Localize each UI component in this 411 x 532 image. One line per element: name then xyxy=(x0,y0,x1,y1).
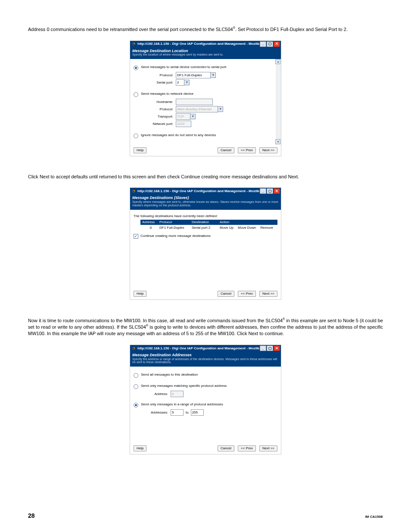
radio-ignore[interactable]: Ignore messages and do not send to any d… xyxy=(134,133,272,138)
radio-serial-device[interactable]: Send messages to serial device connected… xyxy=(134,65,272,70)
checkbox-continue[interactable]: ✓ Continue creating more message destina… xyxy=(134,234,277,239)
label-to: to xyxy=(186,411,189,415)
panel-header: Message Destination Location Specify the… xyxy=(130,47,281,59)
panel-title: Message Destinations (Slaves) xyxy=(132,196,279,200)
radio-label: Send messages to serial device connected… xyxy=(141,65,226,69)
label-serial-port: Serial port: xyxy=(146,81,173,85)
prev-button[interactable]: << Prev xyxy=(238,291,256,297)
paragraph-1: Address 0 communications need to be retr… xyxy=(28,26,383,33)
paragraph-3: Now it is time to route communications t… xyxy=(28,317,383,337)
maximize-button[interactable]: ▢ xyxy=(267,345,273,351)
prev-button[interactable]: << Prev xyxy=(238,445,256,451)
cell-destination: Serial port 2 xyxy=(192,226,220,230)
button-row: Help Cancel << Prev Next >> xyxy=(130,288,281,299)
radio-network-device[interactable]: Send messages to network device xyxy=(134,92,272,97)
next-button[interactable]: Next >> xyxy=(259,445,277,451)
transport-select[interactable]: TCP xyxy=(176,113,190,120)
th-address: Address xyxy=(142,220,159,224)
panel-title: Message Destination Location xyxy=(132,49,279,53)
radio-icon xyxy=(134,384,138,389)
checkbox-icon: ✓ xyxy=(134,234,138,239)
next-button[interactable]: Next >> xyxy=(259,291,277,297)
address-input[interactable]: 0 xyxy=(171,391,184,397)
next-button[interactable]: Next >> xyxy=(259,147,277,153)
button-row: Help Cancel << Prev Next >> xyxy=(130,144,281,156)
radio-label: Ignore messages and do not send to any d… xyxy=(141,133,216,137)
th-protocol: Protocol xyxy=(159,220,192,224)
checkbox-label: Continue creating more message destinati… xyxy=(140,234,211,238)
cancel-button[interactable]: Cancel xyxy=(218,291,234,297)
help-button[interactable]: Help xyxy=(134,291,146,297)
panel-subtitle: Specify the location of where messages s… xyxy=(132,53,279,56)
label-address: Address: xyxy=(146,392,168,396)
radio-label: Send messages to network device xyxy=(141,92,193,96)
maximize-button[interactable]: ▢ xyxy=(267,188,273,194)
p3-text-a: Now it is time to route communications t… xyxy=(28,318,283,323)
close-button[interactable]: ✕ xyxy=(274,41,280,47)
radio-icon xyxy=(134,373,138,378)
help-button[interactable]: Help xyxy=(134,445,146,451)
radio-specific-address[interactable]: Send only messages matching specific pro… xyxy=(134,384,277,389)
chevron-down-icon[interactable]: ▾ xyxy=(218,106,223,112)
panel-body: Send all messages to this destination Se… xyxy=(130,367,281,442)
action-remove[interactable]: Remove xyxy=(260,226,273,230)
window-titlebar: ◔ http://192.168.1.150 - Digi One IAP Co… xyxy=(130,345,281,352)
close-button[interactable]: ✕ xyxy=(274,188,280,194)
radio-all-messages[interactable]: Send all messages to this destination xyxy=(134,373,277,378)
panel-subtitle: Specify the address or range of addresse… xyxy=(132,358,279,364)
radio-icon xyxy=(134,403,138,408)
panel-body: ▴ ▾ Send messages to serial device conne… xyxy=(130,59,281,144)
document-code: IM CA150E xyxy=(365,515,383,519)
firefox-icon: ◔ xyxy=(131,345,136,351)
minimize-button[interactable]: _ xyxy=(260,41,266,47)
window-titlebar: ◔ http://192.168.1.150 - Digi One IAP Co… xyxy=(130,188,281,194)
label-transport: Transport: xyxy=(146,115,173,119)
window-title: http://192.168.1.150 - Digi One IAP Conf… xyxy=(137,42,259,46)
scroll-up-icon[interactable]: ▴ xyxy=(275,59,280,64)
p1-text-b: . Set Protocol to DF1 Full-Duplex and Se… xyxy=(235,27,348,32)
radio-icon xyxy=(134,92,138,97)
panel-title: Message Destination Addresses xyxy=(132,353,279,358)
table-row: 0 DF1 Full-Duplex Serial port 2 Move Up … xyxy=(140,225,277,231)
window-title: http://192.168.1.150 - Digi One IAP Conf… xyxy=(137,346,259,351)
address-to-input[interactable]: 255 xyxy=(191,409,204,416)
minimize-button[interactable]: _ xyxy=(260,345,266,351)
address-from-input[interactable]: 5 xyxy=(171,409,184,416)
help-button[interactable]: Help xyxy=(134,147,146,153)
scroll-down-icon[interactable]: ▾ xyxy=(275,139,280,144)
radio-range-addresses[interactable]: Send only messages in a range of protoco… xyxy=(134,402,277,408)
paragraph-2: Click Next to accept defaults until retu… xyxy=(28,174,383,180)
label-protocol: Protocol: xyxy=(146,73,173,78)
th-action: Action xyxy=(220,220,276,224)
firefox-icon: ◔ xyxy=(131,41,136,47)
protocol-select[interactable]: DF1 Full-Duplex xyxy=(176,72,211,78)
minimize-button[interactable]: _ xyxy=(260,188,266,194)
panel-header: Message Destination Addresses Specify th… xyxy=(130,352,281,367)
p1-text-a: Address 0 communications need to be retr… xyxy=(28,27,233,32)
hostname-input[interactable] xyxy=(176,99,213,105)
maximize-button[interactable]: ▢ xyxy=(267,41,273,47)
cancel-button[interactable]: Cancel xyxy=(218,147,234,153)
prev-button[interactable]: << Prev xyxy=(238,147,256,153)
screenshot-dest-addresses: ◔ http://192.168.1.150 - Digi One IAP Co… xyxy=(130,345,281,454)
action-move-down[interactable]: Move Down xyxy=(238,226,256,230)
chevron-down-icon[interactable]: ▾ xyxy=(190,114,196,119)
page-number: 28 xyxy=(28,512,35,519)
net-protocol-select[interactable]: Allen-Bradley Ethernet xyxy=(176,106,218,112)
radio-label: Send all messages to this destination xyxy=(141,373,198,377)
serial-port-select[interactable]: 2 xyxy=(176,79,184,86)
cell-address: 0 xyxy=(142,226,159,230)
button-row: Help Cancel << Prev Next >> xyxy=(130,442,281,454)
action-move-up[interactable]: Move Up xyxy=(220,226,234,230)
chevron-down-icon[interactable]: ▾ xyxy=(210,72,216,78)
network-port-input[interactable]: 2222 xyxy=(176,121,191,127)
cancel-button[interactable]: Cancel xyxy=(218,445,234,451)
radio-icon xyxy=(134,134,138,138)
chevron-down-icon[interactable]: ▾ xyxy=(184,80,190,85)
th-destination: Destination xyxy=(192,220,220,224)
window-title: http://192.168.1.150 - Digi One IAP Conf… xyxy=(137,189,259,193)
close-button[interactable]: ✕ xyxy=(274,345,280,351)
intro-text: The following destinations have currentl… xyxy=(134,214,277,218)
radio-label: Send only messages in a range of protoco… xyxy=(141,402,223,407)
panel-body: The following destinations have currentl… xyxy=(130,210,281,288)
